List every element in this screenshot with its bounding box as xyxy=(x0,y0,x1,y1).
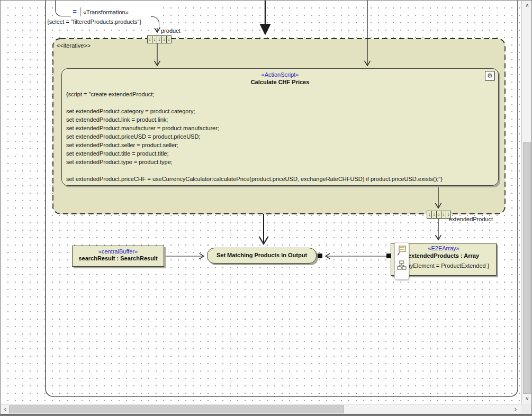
scroll-down-button[interactable]: ∨ xyxy=(523,395,531,402)
product-pin-label: product xyxy=(161,27,181,34)
diagram-overlay xyxy=(1,1,532,416)
list-item: set extendedProduct.seller = product.sel… xyxy=(66,141,494,149)
scroll-up-button[interactable]: ∧ xyxy=(523,2,531,8)
output-expansion-node[interactable]: ↓↓↓↓↓ xyxy=(427,211,451,219)
list-item: set extendedProduct.priceUSD = product.p… xyxy=(66,132,494,141)
action-input-pin[interactable] xyxy=(318,254,322,258)
list-item: set extendedProduct.priceCHF = useCurren… xyxy=(66,175,494,183)
list-item xyxy=(66,166,494,175)
actionscript-stereotype: «ActionScript» xyxy=(62,71,498,78)
iterative-region-label: <<iterative>> xyxy=(57,42,91,49)
transformation-stereotype: «Transformation» xyxy=(83,8,129,16)
scrollbar-corner xyxy=(521,404,532,414)
list-item: {script = "create extendedProduct; xyxy=(66,90,494,98)
diagram-editor-window: = «Transformation» {select = "filteredPr… xyxy=(0,0,532,416)
separator xyxy=(80,7,80,16)
actionscript-node[interactable]: «ActionScript» Calculate CHF Prices {scr… xyxy=(61,68,499,186)
list-item: set extendedProduct.type = product.type; xyxy=(66,158,494,166)
gear-icon[interactable]: ⚙ xyxy=(485,71,495,81)
list-item: set extendedProduct.category = product.c… xyxy=(66,107,494,115)
list-item: set extendedProduct.manufacturer = produ… xyxy=(66,124,494,132)
centralbuffer-name: searchResult : SearchResult xyxy=(73,255,164,261)
scroll-left-button[interactable]: ‹ xyxy=(2,405,8,413)
set-matching-action-node[interactable]: Set Matching Products in Output xyxy=(207,248,317,264)
list-item: ↓ xyxy=(157,36,162,43)
input-expansion-node[interactable]: ↓↓↓↓↓ xyxy=(147,35,172,43)
smart-manipulator-toolbar xyxy=(394,242,409,280)
transformation-corner-br xyxy=(151,16,159,28)
equals-icon: = xyxy=(70,7,79,16)
centralbuffer-stereotype: «centralBuffer» xyxy=(73,248,164,255)
centralbuffer-node[interactable]: «centralBuffer» searchResult : SearchRes… xyxy=(72,246,164,267)
structure-hierarchy-icon[interactable] xyxy=(397,260,407,271)
list-item: ↓ xyxy=(427,211,432,218)
window-bottom-edge xyxy=(1,414,532,416)
list-item: ↓ xyxy=(432,211,437,218)
list-item: set extendedProduct.link = product.link; xyxy=(66,115,494,124)
set-matching-action-label: Set Matching Products in Output xyxy=(208,252,316,258)
vertical-scrollbar-thumb[interactable] xyxy=(523,142,531,394)
transformation-corner xyxy=(55,0,71,16)
vertical-scrollbar[interactable]: ∧ ∨ xyxy=(521,1,532,404)
list-item: ↓ xyxy=(148,36,152,43)
list-item: ↓ xyxy=(441,211,446,218)
list-item: ↓ xyxy=(437,211,441,218)
horizontal-scrollbar-thumb[interactable] xyxy=(9,405,344,413)
note-edit-icon[interactable] xyxy=(397,246,407,256)
list-item: ↓ xyxy=(152,36,157,43)
actionscript-script-body: {script = "create extendedProduct; set e… xyxy=(66,90,494,183)
scroll-right-button[interactable]: › xyxy=(512,405,519,413)
extendedproduct-pin-label: extendedProduct xyxy=(449,215,493,223)
actionscript-title: Calculate CHF Prices xyxy=(62,79,498,85)
transformation-node[interactable]: = «Transformation» {select = "filteredPr… xyxy=(55,1,159,28)
list-item xyxy=(66,98,494,107)
transformation-tagged-value: {select = "filteredProducts.products"} xyxy=(47,19,141,25)
list-item: ↓ xyxy=(167,36,171,43)
list-item: ↓ xyxy=(162,36,167,43)
horizontal-scrollbar[interactable]: ‹ › xyxy=(1,404,521,414)
list-item: set extendedProduct.title = product.titl… xyxy=(66,149,494,158)
